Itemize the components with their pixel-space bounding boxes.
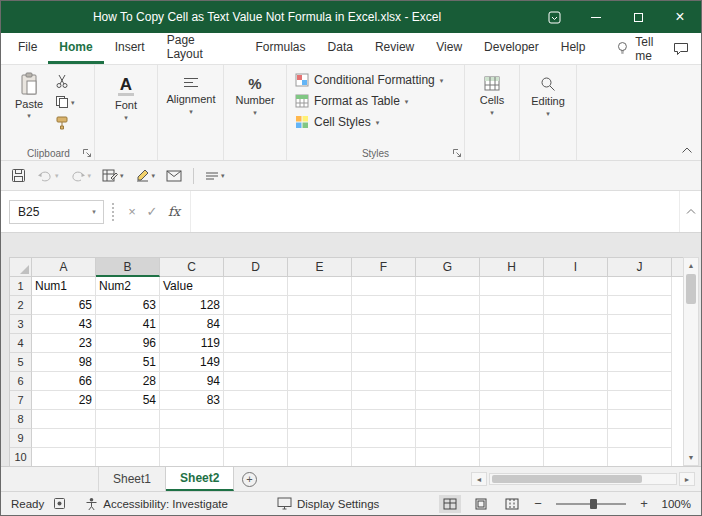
cell-B5[interactable]: 51 <box>96 353 160 372</box>
cell-F7[interactable] <box>352 391 416 410</box>
tab-formulas[interactable]: Formulas <box>245 33 317 64</box>
cell-G8[interactable] <box>416 410 480 429</box>
styles-dialog-launcher[interactable] <box>452 148 462 158</box>
horizontal-scroll-thumb[interactable] <box>492 475 642 483</box>
column-header-J[interactable]: J <box>608 258 672 277</box>
tab-file[interactable]: File <box>7 33 48 64</box>
paste-button[interactable]: Paste ▾ <box>7 68 51 132</box>
row-header-4[interactable]: 4 <box>10 334 32 353</box>
cell-B8[interactable] <box>96 410 160 429</box>
cell-D6[interactable] <box>224 372 288 391</box>
cell-A7[interactable]: 29 <box>32 391 96 410</box>
insert-function-button[interactable]: fx <box>162 204 186 219</box>
table-tools-button[interactable]: ▾ <box>102 168 124 183</box>
cell-C9[interactable] <box>160 429 224 448</box>
row-header-9[interactable]: 9 <box>10 429 32 448</box>
cell-H1[interactable] <box>480 277 544 296</box>
cut-button[interactable] <box>53 72 77 90</box>
format-painter-button[interactable] <box>53 114 77 132</box>
cell-G10[interactable] <box>416 448 480 466</box>
page-layout-view-button[interactable] <box>470 495 492 513</box>
macro-record-button[interactable] <box>53 497 66 510</box>
copy-button[interactable]: ▾ <box>53 93 77 111</box>
tab-review[interactable]: Review <box>364 33 425 64</box>
select-all-corner[interactable] <box>10 258 32 277</box>
conditional-formatting-button[interactable]: Conditional Formatting ▾ <box>291 70 460 90</box>
cell-D1[interactable] <box>224 277 288 296</box>
collapse-ribbon-button[interactable] <box>681 146 693 154</box>
tab-home[interactable]: Home <box>48 33 103 64</box>
cell-J3[interactable] <box>608 315 672 334</box>
cell-B4[interactable]: 96 <box>96 334 160 353</box>
tab-help[interactable]: Help <box>550 33 597 64</box>
cell-D9[interactable] <box>224 429 288 448</box>
cell-D3[interactable] <box>224 315 288 334</box>
tab-view[interactable]: View <box>425 33 473 64</box>
cell-A10[interactable] <box>32 448 96 466</box>
cell-D5[interactable] <box>224 353 288 372</box>
cell-A6[interactable]: 66 <box>32 372 96 391</box>
cell-A3[interactable]: 43 <box>32 315 96 334</box>
cell-I9[interactable] <box>544 429 608 448</box>
column-header-G[interactable]: G <box>416 258 480 277</box>
cell-I8[interactable] <box>544 410 608 429</box>
cell-J4[interactable] <box>608 334 672 353</box>
cell-I5[interactable] <box>544 353 608 372</box>
normal-view-button[interactable] <box>439 495 461 513</box>
cell-F8[interactable] <box>352 410 416 429</box>
ribbon-display-options-button[interactable] <box>533 1 575 33</box>
cell-E2[interactable] <box>288 296 352 315</box>
cell-J1[interactable] <box>608 277 672 296</box>
cell-A8[interactable] <box>32 410 96 429</box>
cell-E9[interactable] <box>288 429 352 448</box>
cell-F5[interactable] <box>352 353 416 372</box>
zoom-out-button[interactable]: − <box>532 496 544 511</box>
cell-F9[interactable] <box>352 429 416 448</box>
cell-E6[interactable] <box>288 372 352 391</box>
column-header-F[interactable]: F <box>352 258 416 277</box>
cell-A9[interactable] <box>32 429 96 448</box>
undo-button[interactable]: ▾ <box>37 169 59 183</box>
cell-J5[interactable] <box>608 353 672 372</box>
close-button[interactable]: × <box>659 1 701 33</box>
cell-I2[interactable] <box>544 296 608 315</box>
formula-input[interactable] <box>190 191 679 232</box>
cell-J6[interactable] <box>608 372 672 391</box>
font-menu-button[interactable]: A Font ▾ <box>99 68 153 121</box>
horizontal-scroll-track[interactable] <box>489 473 677 485</box>
cell-E10[interactable] <box>288 448 352 466</box>
row-header-1[interactable]: 1 <box>10 277 32 296</box>
cell-I3[interactable] <box>544 315 608 334</box>
cell-C3[interactable]: 84 <box>160 315 224 334</box>
cell-C10[interactable] <box>160 448 224 466</box>
cell-E7[interactable] <box>288 391 352 410</box>
column-header-A[interactable]: A <box>32 258 96 277</box>
cell-E5[interactable] <box>288 353 352 372</box>
cell-B3[interactable]: 41 <box>96 315 160 334</box>
cell-G2[interactable] <box>416 296 480 315</box>
email-button[interactable] <box>166 170 182 182</box>
cell-D4[interactable] <box>224 334 288 353</box>
cell-E8[interactable] <box>288 410 352 429</box>
cell-F10[interactable] <box>352 448 416 466</box>
cell-H9[interactable] <box>480 429 544 448</box>
cell-B6[interactable]: 28 <box>96 372 160 391</box>
scroll-right-arrow[interactable]: ► <box>679 472 695 486</box>
cell-D10[interactable] <box>224 448 288 466</box>
sheet-tab-sheet1[interactable]: Sheet1 <box>99 467 166 491</box>
vertical-scrollbar[interactable]: ▲ ▼ <box>683 257 699 466</box>
tell-me-button[interactable]: Tell me <box>616 33 673 64</box>
cancel-formula-button[interactable]: × <box>122 204 142 219</box>
scroll-left-arrow[interactable]: ◄ <box>471 472 487 486</box>
cell-A5[interactable]: 98 <box>32 353 96 372</box>
column-header-I[interactable]: I <box>544 258 608 277</box>
cell-J9[interactable] <box>608 429 672 448</box>
column-header-D[interactable]: D <box>224 258 288 277</box>
cell-H3[interactable] <box>480 315 544 334</box>
column-header-B[interactable]: B <box>96 258 160 277</box>
zoom-slider-thumb[interactable] <box>590 499 597 509</box>
save-button[interactable] <box>11 168 26 183</box>
cell-B2[interactable]: 63 <box>96 296 160 315</box>
cell-H7[interactable] <box>480 391 544 410</box>
cell-J10[interactable] <box>608 448 672 466</box>
